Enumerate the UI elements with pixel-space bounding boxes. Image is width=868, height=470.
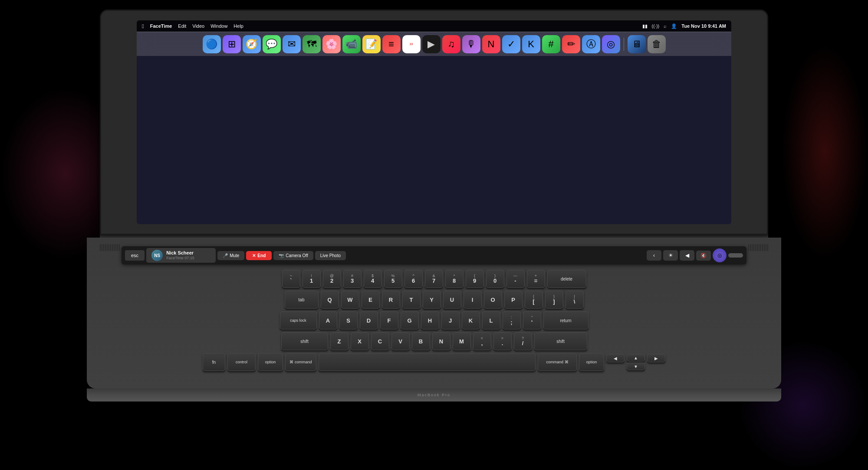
key-backslash[interactable]: |\ <box>566 290 584 309</box>
dock-icon-pencil[interactable]: ✏ <box>562 35 580 53</box>
key-v[interactable]: V <box>391 332 410 350</box>
menubar-edit[interactable]: Edit <box>178 23 186 29</box>
key-command-left[interactable]: ⌘ command <box>285 353 316 371</box>
menubar-video[interactable]: Video <box>192 23 204 29</box>
dock-icon-trash[interactable]: 🗑 <box>648 35 666 53</box>
dock-icon-launchpad[interactable]: ⊞ <box>223 35 241 53</box>
key-f[interactable]: F <box>380 311 398 330</box>
key-comma[interactable]: <, <box>473 332 491 350</box>
key-space[interactable] <box>319 353 536 371</box>
key-u[interactable]: U <box>443 290 461 309</box>
dock-icon-maps[interactable]: 🗺 <box>302 35 321 53</box>
dock-icon-siri[interactable]: ◎ <box>602 35 620 53</box>
touchbar-camera-off-button[interactable]: 📷 Camera Off <box>273 251 313 260</box>
dock-icon-appstore[interactable]: Ⓐ <box>582 35 600 53</box>
key-semicolon[interactable]: :; <box>503 311 521 330</box>
dock-icon-photos[interactable]: 🌸 <box>322 35 341 53</box>
dock-icon-calendar[interactable]: 10 <box>402 35 421 53</box>
key-0[interactable]: )0 <box>486 270 504 288</box>
key-arrow-down[interactable]: ▼ <box>627 362 645 370</box>
dock-icon-safari[interactable]: 🧭 <box>243 35 261 53</box>
key-s[interactable]: S <box>339 311 358 330</box>
key-equals[interactable]: += <box>527 270 545 288</box>
dock-icon-reminders[interactable]: ≡ <box>382 35 401 53</box>
search-icon[interactable]: ⌕ <box>664 23 667 29</box>
key-x[interactable]: X <box>351 332 369 350</box>
key-h[interactable]: H <box>421 311 439 330</box>
key-minus[interactable]: —- <box>506 270 525 288</box>
key-option[interactable]: option <box>258 353 283 371</box>
key-w[interactable]: W <box>341 290 359 309</box>
apple-logo-icon[interactable]:  <box>142 23 144 29</box>
key-4[interactable]: $4 <box>364 270 382 288</box>
key-n[interactable]: N <box>432 332 450 350</box>
dock-icon-keynote[interactable]: K <box>522 35 540 53</box>
dock-icon-finder[interactable]: 🔵 <box>203 35 221 53</box>
key-7[interactable]: &7 <box>425 270 443 288</box>
dock-icon-music[interactable]: ♫ <box>442 35 460 53</box>
key-shift-left[interactable]: shift <box>281 332 328 350</box>
touchbar-mute-button[interactable]: 🎤 Mute <box>217 251 244 260</box>
key-caps-lock[interactable]: caps lock <box>280 311 317 330</box>
key-period[interactable]: >. <box>493 332 512 350</box>
key-m[interactable]: M <box>453 332 471 350</box>
touchbar-chevron-left-button[interactable]: ‹ <box>647 250 661 261</box>
key-open-bracket[interactable]: {[ <box>525 290 543 309</box>
key-control[interactable]: control <box>227 353 256 371</box>
key-slash[interactable]: ?/ <box>514 332 532 350</box>
dock-icon-messages[interactable]: 💬 <box>263 35 281 53</box>
key-fn[interactable]: fn <box>203 353 225 371</box>
dock-icon-screen[interactable]: 🖥 <box>628 35 646 53</box>
touchbar-brightness-button[interactable]: ☀ <box>663 250 678 261</box>
dock-icon-news[interactable]: N <box>482 35 500 53</box>
key-l[interactable]: L <box>482 311 500 330</box>
account-icon[interactable]: 👤 <box>671 23 677 29</box>
key-b[interactable]: B <box>412 332 430 350</box>
key-5[interactable]: %5 <box>384 270 402 288</box>
dock-icon-mail[interactable]: ✉ <box>283 35 301 53</box>
key-arrow-up[interactable]: ▲ <box>627 354 645 362</box>
key-tilde[interactable]: ~` <box>282 270 300 288</box>
key-i[interactable]: I <box>464 290 482 309</box>
key-2[interactable]: @2 <box>323 270 341 288</box>
key-z[interactable]: Z <box>330 332 349 350</box>
key-return[interactable]: return <box>543 311 589 330</box>
key-tab[interactable]: tab <box>285 290 319 309</box>
dock-icon-appletv[interactable]: ▶ <box>422 35 441 53</box>
key-d[interactable]: D <box>360 311 378 330</box>
touchbar-esc-button[interactable]: esc <box>125 250 145 261</box>
menubar-facetime[interactable]: FaceTime <box>150 23 172 29</box>
key-command-right[interactable]: command ⌘ <box>538 353 577 371</box>
key-arrow-left[interactable]: ◀ <box>606 354 625 362</box>
touchbar-right-end-button[interactable] <box>728 253 743 258</box>
menubar-window[interactable]: Window <box>210 23 227 29</box>
key-q[interactable]: Q <box>321 290 339 309</box>
key-3[interactable]: #3 <box>343 270 362 288</box>
touchbar-volume-button[interactable]: ◀ <box>680 250 694 261</box>
touchbar-mute-volume-button[interactable]: 🔇 <box>696 251 711 261</box>
key-a[interactable]: A <box>319 311 337 330</box>
key-6[interactable]: ^6 <box>404 270 423 288</box>
key-k[interactable]: K <box>462 311 480 330</box>
key-1[interactable]: !1 <box>302 270 321 288</box>
dock-icon-facetime[interactable]: 📹 <box>342 35 361 53</box>
key-p[interactable]: P <box>504 290 523 309</box>
touchbar-end-button[interactable]: ✕ End <box>246 251 272 260</box>
key-j[interactable]: J <box>441 311 460 330</box>
key-close-bracket[interactable]: }] <box>545 290 563 309</box>
key-9[interactable]: (9 <box>466 270 484 288</box>
key-e[interactable]: E <box>362 290 380 309</box>
key-8[interactable]: *8 <box>445 270 464 288</box>
key-t[interactable]: T <box>402 290 421 309</box>
menubar-help[interactable]: Help <box>233 23 243 29</box>
dock-icon-podcasts[interactable]: 🎙 <box>462 35 480 53</box>
key-o[interactable]: O <box>484 290 502 309</box>
key-arrow-right[interactable]: ▶ <box>647 354 665 362</box>
key-shift-right[interactable]: shift <box>534 332 587 350</box>
key-delete[interactable]: delete <box>547 270 586 288</box>
key-g[interactable]: G <box>401 311 419 330</box>
dock-icon-things[interactable]: ✓ <box>502 35 520 53</box>
dock-icon-numbers[interactable]: # <box>542 35 560 53</box>
key-y[interactable]: Y <box>423 290 441 309</box>
key-quote[interactable]: "' <box>523 311 541 330</box>
